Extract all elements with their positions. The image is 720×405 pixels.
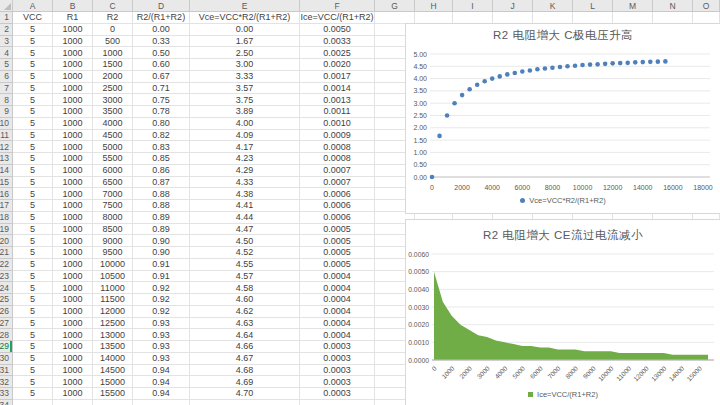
cell[interactable]: 0.0005 [300,224,375,236]
cell[interactable] [493,12,533,24]
cell[interactable]: 0.0003 [300,376,375,388]
cell[interactable]: 5 [13,224,53,236]
cell[interactable]: 1000 [53,294,93,306]
cell[interactable]: 10500 [93,271,133,283]
cell[interactable] [375,12,415,24]
cell[interactable]: 0.00 [190,24,300,36]
cell[interactable]: 4.68 [190,365,300,377]
cell[interactable]: 0.94 [133,365,190,377]
cell[interactable]: 0.71 [133,83,190,95]
cell[interactable]: 1000 [53,59,93,71]
cell[interactable]: 1000 [53,200,93,212]
row-header[interactable]: 2 [0,24,13,36]
row-header[interactable]: 32 [0,376,13,388]
cell[interactable]: 5 [13,36,53,48]
cell[interactable]: 9500 [93,247,133,259]
cell[interactable]: 5 [13,165,53,177]
cell[interactable]: 0.83 [133,141,190,153]
cell[interactable] [693,12,720,24]
cell[interactable] [13,400,53,405]
row-header[interactable]: 34 [0,400,13,405]
cell[interactable]: 13500 [93,341,133,353]
cell[interactable]: 0.91 [133,271,190,283]
cell[interactable]: 0.94 [133,376,190,388]
cell[interactable] [573,12,613,24]
cell[interactable]: 0.0004 [300,282,375,294]
cell[interactable]: 10000 [93,259,133,271]
cell[interactable]: 1000 [53,235,93,247]
cell[interactable]: 3.57 [190,83,300,95]
cell[interactable]: 5 [13,153,53,165]
cell[interactable]: 7000 [93,188,133,200]
cell[interactable]: 6000 [93,165,133,177]
cell[interactable]: 0.82 [133,130,190,142]
row-header[interactable]: 24 [0,282,13,294]
area-chart[interactable]: R2 电阻增大 CE流过电流减小 0.00000.00100.00200.003… [405,219,720,405]
cell[interactable]: 5 [13,388,53,400]
cell[interactable]: R2/(R1+R2) [133,12,190,24]
cell[interactable] [93,400,133,405]
cell[interactable]: 5 [13,94,53,106]
cell[interactable]: 4.29 [190,165,300,177]
column-header-M[interactable]: M [613,0,653,12]
cell[interactable]: 0.78 [133,106,190,118]
cell[interactable]: 5 [13,141,53,153]
cell[interactable]: 5 [13,271,53,283]
cell[interactable]: 0.60 [133,59,190,71]
row-header[interactable]: 17 [0,200,13,212]
cell[interactable]: 0.0004 [300,318,375,330]
cell[interactable]: 1000 [53,247,93,259]
cell[interactable]: 0.0033 [300,36,375,48]
cell[interactable]: 0.0008 [300,153,375,165]
cell[interactable] [613,12,653,24]
cell[interactable]: 0.00 [133,24,190,36]
row-header[interactable]: 18 [0,212,13,224]
area-chart-legend[interactable]: Ice=VCC/(R1+R2) [406,390,720,399]
cell[interactable]: 5 [13,71,53,83]
cell[interactable]: 5 [13,329,53,341]
cell[interactable]: 0.0013 [300,94,375,106]
cell[interactable]: 3.00 [190,59,300,71]
cell[interactable] [300,400,375,405]
cell[interactable]: 1000 [53,282,93,294]
cell[interactable]: 0.0006 [300,200,375,212]
cell[interactable]: 1.67 [190,36,300,48]
cell[interactable]: 4.44 [190,212,300,224]
cell[interactable]: 5 [13,282,53,294]
cell[interactable]: 0.92 [133,306,190,318]
cell[interactable]: 0.91 [133,259,190,271]
row-header[interactable]: 25 [0,294,13,306]
column-header-H[interactable]: H [415,0,453,12]
cell[interactable]: 5 [13,259,53,271]
cell[interactable]: 1000 [53,83,93,95]
cell[interactable]: 0.0004 [300,306,375,318]
row-header[interactable]: 3 [0,36,13,48]
cell[interactable]: 4.57 [190,271,300,283]
cell[interactable]: 5500 [93,153,133,165]
row-header[interactable]: 31 [0,365,13,377]
cell[interactable]: 6500 [93,177,133,189]
row-header[interactable]: 15 [0,177,13,189]
column-header-A[interactable]: A [13,0,53,12]
cell[interactable]: 4.58 [190,282,300,294]
cell[interactable]: 1000 [53,130,93,142]
row-header[interactable]: 5 [0,59,13,71]
cell[interactable]: 1000 [53,141,93,153]
row-header[interactable]: 14 [0,165,13,177]
cell[interactable]: 0.90 [133,247,190,259]
cell[interactable]: 5 [13,200,53,212]
cell[interactable]: Ice=VCC/(R1+R2) [300,12,375,24]
cell[interactable]: 1000 [53,118,93,130]
cell[interactable]: 0.0003 [300,341,375,353]
cell[interactable]: 5 [13,294,53,306]
cell[interactable]: 2.50 [190,47,300,59]
cell[interactable]: 5 [13,212,53,224]
cell[interactable]: 12000 [93,306,133,318]
cell[interactable]: 0.0004 [300,329,375,341]
cell[interactable]: 5 [13,376,53,388]
cell[interactable]: 1000 [53,188,93,200]
cell[interactable]: 4.64 [190,329,300,341]
cell[interactable]: 0.92 [133,282,190,294]
cell[interactable]: 5 [13,188,53,200]
cell[interactable]: 9000 [93,235,133,247]
